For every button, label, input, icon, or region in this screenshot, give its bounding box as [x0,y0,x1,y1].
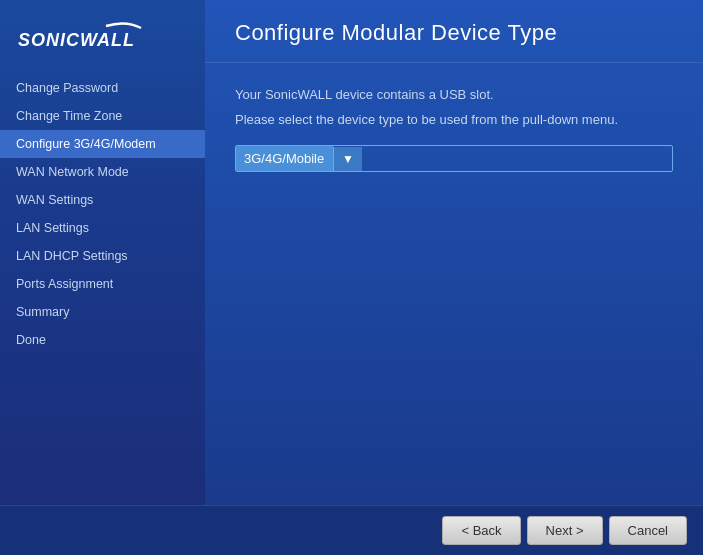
sidebar: SONICWALL Change PasswordChange Time Zon… [0,0,205,505]
nav-list: Change PasswordChange Time ZoneConfigure… [0,74,205,354]
sidebar-item-wan-settings[interactable]: WAN Settings [0,186,205,214]
chevron-down-icon[interactable]: ▼ [333,147,362,171]
sidebar-item-done[interactable]: Done [0,326,205,354]
svg-text:SONICWALL: SONICWALL [18,30,135,50]
device-type-select-container[interactable]: 3G/4G/MobileUSB StorageNone ▼ [235,145,673,172]
device-type-select[interactable]: 3G/4G/MobileUSB StorageNone [236,146,333,171]
logo-svg: SONICWALL [16,18,146,54]
sidebar-item-configure-3g[interactable]: Configure 3G/4G/Modem [0,130,205,158]
cancel-button[interactable]: Cancel [609,516,687,545]
sidebar-item-ports-assignment[interactable]: Ports Assignment [0,270,205,298]
page-title: Configure Modular Device Type [235,20,673,46]
info-line1: Your SonicWALL device contains a USB slo… [235,87,673,102]
sidebar-item-lan-settings[interactable]: LAN Settings [0,214,205,242]
page-title-area: Configure Modular Device Type [205,0,703,63]
info-line2: Please select the device type to be used… [235,112,673,127]
back-button[interactable]: < Back [442,516,520,545]
sonicwall-logo: SONICWALL [16,18,146,54]
logo-area: SONICWALL [0,0,205,70]
next-button[interactable]: Next > [527,516,603,545]
sidebar-item-wan-network-mode[interactable]: WAN Network Mode [0,158,205,186]
sidebar-item-lan-dhcp-settings[interactable]: LAN DHCP Settings [0,242,205,270]
main-content: Configure Modular Device Type Your Sonic… [205,0,703,505]
sidebar-item-change-password[interactable]: Change Password [0,74,205,102]
sidebar-item-summary[interactable]: Summary [0,298,205,326]
content-body: Your SonicWALL device contains a USB slo… [205,63,703,505]
footer: < Back Next > Cancel [0,505,703,555]
sidebar-item-change-time-zone[interactable]: Change Time Zone [0,102,205,130]
